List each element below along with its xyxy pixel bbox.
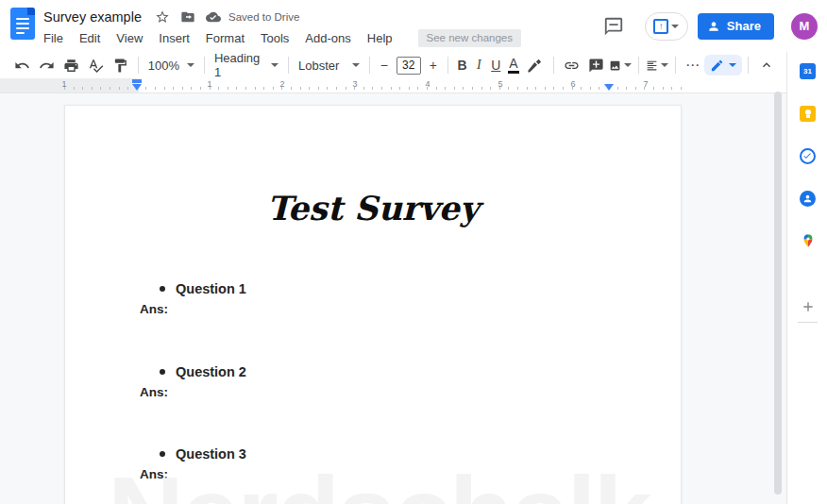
tasks-sidebar-button[interactable] <box>787 148 827 164</box>
paragraph-style-select[interactable]: Heading 1 <box>211 54 282 76</box>
menubar: File Edit View Insert Format Tools Add-o… <box>43 29 521 47</box>
ruler: 1 1 2 3 4 5 6 7 <box>0 78 786 92</box>
paint-roller-icon <box>112 58 128 74</box>
share-button[interactable]: Share <box>698 13 774 40</box>
menu-item-file[interactable]: File <box>43 31 63 45</box>
tasks-icon <box>800 148 816 164</box>
chevron-up-icon <box>759 58 774 73</box>
get-addons-button[interactable] <box>787 299 827 314</box>
document-page[interactable]: Test Survey Question 1 Ans: Question 2 A… <box>64 105 682 504</box>
maps-sidebar-button[interactable] <box>787 232 827 249</box>
font-size-group: − 32 + <box>376 56 442 75</box>
menu-item-view[interactable]: View <box>116 31 143 45</box>
document-canvas: Test Survey Question 1 Ans: Question 2 A… <box>0 92 786 504</box>
dropdown-arrow-icon <box>729 63 736 67</box>
undo-icon <box>14 58 30 74</box>
toolbar: 100% Heading 1 Lobster − 32 + B I U A <box>0 52 786 78</box>
font-size-increase-button[interactable]: + <box>425 56 442 75</box>
star-icon[interactable] <box>155 9 170 25</box>
ruler-number: 6 <box>570 79 575 89</box>
first-line-indent-marker[interactable] <box>132 79 142 83</box>
toolbar-separator <box>748 57 749 74</box>
underline-button[interactable]: U <box>487 58 504 73</box>
pencil-icon <box>710 59 724 73</box>
answer-label: Ans: <box>65 385 681 399</box>
contacts-icon <box>800 191 816 207</box>
bold-button[interactable]: B <box>454 58 471 73</box>
ruler-number: 4 <box>425 79 430 89</box>
toolbar-separator <box>288 57 289 74</box>
see-new-changes-badge[interactable]: See new changes <box>418 29 521 47</box>
left-indent-triangle <box>132 84 142 91</box>
text-color-button[interactable]: A <box>508 57 518 74</box>
ruler-margin-shade <box>0 78 139 92</box>
saved-status[interactable]: Saved to Drive <box>228 11 299 23</box>
font-size-input[interactable]: 32 <box>397 57 421 75</box>
print-button[interactable] <box>59 54 82 76</box>
ruler-number: 1 <box>61 79 66 89</box>
calendar-sidebar-button[interactable]: 31 <box>787 63 827 79</box>
menu-item-format[interactable]: Format <box>206 31 245 45</box>
highlighter-icon <box>527 58 543 74</box>
style-value: Heading 1 <box>214 51 263 79</box>
italic-button[interactable]: I <box>470 58 487 73</box>
plus-icon <box>801 299 816 314</box>
ruler-number: 1 <box>207 79 211 89</box>
collapse-toolbar-button[interactable] <box>755 54 778 76</box>
keep-sidebar-button[interactable] <box>787 106 827 122</box>
spellcheck-icon <box>88 58 104 74</box>
left-indent-marker[interactable] <box>132 79 142 92</box>
undo-button[interactable] <box>10 54 33 76</box>
spellcheck-button[interactable] <box>84 54 107 76</box>
right-indent-marker[interactable] <box>604 84 614 91</box>
docs-logo-icon[interactable] <box>10 8 35 40</box>
menu-item-edit[interactable]: Edit <box>79 31 100 45</box>
dropdown-arrow-icon <box>352 63 360 67</box>
vertical-scrollbar[interactable] <box>774 92 782 495</box>
avatar[interactable]: M <box>791 13 818 40</box>
menu-item-addons[interactable]: Add-ons <box>305 31 350 45</box>
header-right: ↑ Share M <box>603 0 827 52</box>
side-panel: 31 <box>786 52 827 504</box>
maps-icon <box>801 232 816 249</box>
menu-item-insert[interactable]: Insert <box>159 31 190 45</box>
font-select[interactable]: Lobster <box>295 54 363 76</box>
logo-lines <box>16 18 29 37</box>
watermark: Nerdschalk <box>108 453 650 504</box>
highlight-button[interactable] <box>524 54 547 76</box>
add-comment-icon <box>588 58 604 74</box>
align-button[interactable] <box>646 54 668 76</box>
doc-title[interactable]: Survey example <box>43 9 142 25</box>
redo-button[interactable] <box>35 54 58 76</box>
document-title: Test Survey <box>65 189 681 227</box>
question-label: Question 1 <box>176 281 246 296</box>
ruler-number: 2 <box>279 79 284 89</box>
move-folder-icon[interactable] <box>180 9 195 25</box>
zoom-select[interactable]: 100% <box>144 54 198 76</box>
font-size-decrease-button[interactable]: − <box>376 56 393 75</box>
menu-item-tools[interactable]: Tools <box>261 31 289 45</box>
answer-label: Ans: <box>65 302 681 316</box>
insert-link-button[interactable] <box>560 54 582 76</box>
more-options-button[interactable]: ⋯ <box>685 57 700 74</box>
comment-history-icon[interactable] <box>603 16 624 37</box>
box-arrow-up-icon: ↑ <box>653 19 668 34</box>
bullet-icon <box>160 369 165 375</box>
dropdown-arrow-icon <box>187 63 194 67</box>
toolbar-separator <box>638 57 639 74</box>
dropdown-arrow-icon <box>661 63 668 67</box>
dropdown-arrow-icon <box>624 63 632 67</box>
paint-format-button[interactable] <box>109 54 131 76</box>
add-comment-button[interactable] <box>584 54 607 76</box>
menu-item-help[interactable]: Help <box>367 31 393 45</box>
dropdown-arrow-icon <box>671 25 679 28</box>
toolbar-separator <box>553 57 554 74</box>
editing-mode-button[interactable] <box>704 55 742 76</box>
cloud-saved-icon[interactable] <box>206 9 221 25</box>
mode-button[interactable]: ↑ <box>645 12 688 41</box>
contacts-sidebar-button[interactable] <box>787 191 827 207</box>
dropdown-arrow-icon <box>271 63 278 67</box>
insert-image-button[interactable] <box>609 54 632 76</box>
zoom-value: 100% <box>148 59 179 73</box>
toolbar-separator <box>369 57 370 74</box>
